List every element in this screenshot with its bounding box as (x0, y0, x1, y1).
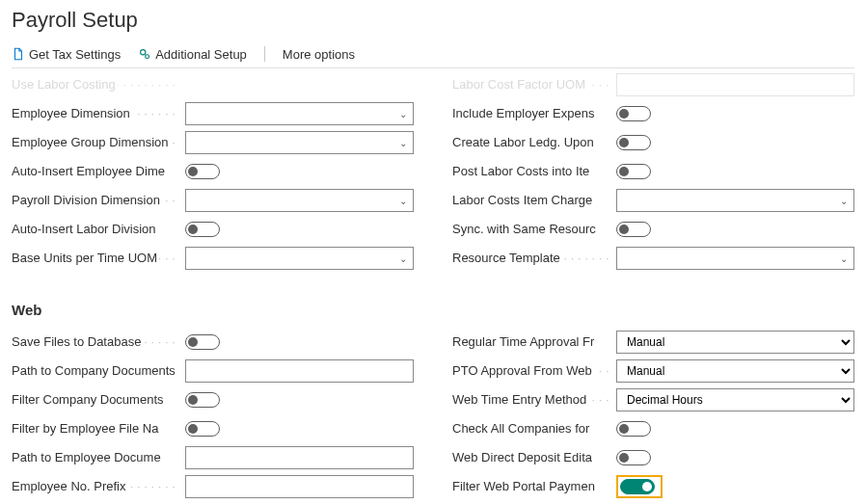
label-save-files: Save Files to Database (12, 334, 185, 349)
toggle-filter-web-portal-payment[interactable] (620, 479, 655, 494)
label-regular-time-approval: Regular Time Approval From Web (452, 334, 616, 349)
col-right: Labor Cost Factor UOM Include Employer E… (452, 78, 854, 273)
label-employee-group-dimension: Employee Group Dimension (12, 135, 185, 149)
label-post-labor-costs: Post Labor Costs into Item Valuati... (452, 164, 616, 178)
row-filter-emp-file: Filter by Employee File Name (12, 414, 414, 442)
toggle-auto-insert-labor-div[interactable] (185, 222, 220, 237)
label-check-all-companies: Check All Companies for Login (452, 421, 616, 436)
toggle-post-labor-costs[interactable] (616, 164, 651, 179)
highlight-filter-web-portal-payment (616, 475, 663, 498)
row-sync-same-resource: Sync. with Same Resource No. (452, 215, 854, 243)
toggle-filter-emp-file[interactable] (185, 421, 220, 437)
row-web-time-entry: Web Time Entry Method Decimal Hours (452, 385, 854, 413)
label-base-units-per-time: Base Units per Time UOM (12, 251, 185, 265)
gear-icon (138, 47, 151, 61)
dropdown-labor-cost-factor-uom[interactable] (616, 73, 854, 96)
row-path-emp-docs: Path to Employee Documents (12, 443, 414, 471)
row-path-company-docs: Path to Company Documents (12, 357, 414, 385)
chevron-down-icon: ⌄ (399, 195, 407, 205)
chevron-down-icon: ⌄ (399, 252, 407, 263)
toolbar: Get Tax Settings Additional Setup More o… (12, 46, 854, 68)
chevron-down-icon: ⌄ (840, 195, 848, 205)
label-resource-template: Resource Template (452, 251, 616, 265)
dropdown-employee-dimension[interactable]: ⌄ (185, 102, 414, 125)
dropdown-employee-group-dimension[interactable]: ⌄ (185, 131, 414, 154)
row-employee-dimension: Employee Dimension ⌄ (12, 99, 414, 127)
row-labor-costs-item-charge: Labor Costs Item Charge No. ⌄ (452, 186, 854, 214)
additional-setup-button[interactable]: Additional Setup (138, 47, 247, 62)
label-filter-company-docs: Filter Company Documents By Pay... (12, 392, 185, 407)
row-check-all-companies: Check All Companies for Login (452, 414, 854, 442)
row-include-employer-exp: Include Employer Expenses in Lab... (452, 99, 854, 127)
label-labor-costs-item-charge: Labor Costs Item Charge No. (452, 193, 616, 207)
label-sync-same-resource: Sync. with Same Resource No. (452, 222, 616, 236)
select-web-time-entry[interactable]: Decimal Hours (616, 388, 854, 411)
label-path-company-docs: Path to Company Documents (12, 363, 185, 378)
toggle-filter-company-docs[interactable] (185, 392, 220, 408)
label-emp-no-prefix: Employee No. Prefix (12, 479, 185, 493)
select-pto-approval[interactable]: Manual (616, 359, 854, 383)
row-emp-no-prefix: Employee No. Prefix (12, 472, 414, 500)
section-header-web[interactable]: Web (12, 302, 854, 318)
input-emp-no-prefix[interactable] (185, 475, 414, 498)
get-tax-settings-button[interactable]: Get Tax Settings (12, 47, 121, 62)
row-employee-group-dimension: Employee Group Dimension ⌄ (12, 128, 414, 156)
web-col-right: Regular Time Approval From Web Manual PT… (452, 328, 854, 504)
svg-point-0 (141, 50, 146, 55)
dropdown-payroll-division-dimension[interactable]: ⌄ (185, 189, 414, 212)
label-web-direct-deposit: Web Direct Deposit Editable (452, 450, 616, 464)
toggle-sync-same-resource[interactable] (616, 222, 651, 237)
toggle-create-labor-ledg[interactable] (616, 135, 651, 150)
input-path-company-docs[interactable] (185, 359, 414, 383)
dropdown-base-units-per-time[interactable]: ⌄ (185, 247, 414, 270)
row-create-labor-ledg: Create Labor Ledg. Upon Period C... (452, 128, 854, 156)
section-web: Save Files to Database Path to Company D… (12, 328, 854, 504)
document-icon (12, 47, 25, 61)
row-use-labor-costing: Use Labor Costing (12, 70, 414, 98)
row-post-labor-costs: Post Labor Costs into Item Valuati... (452, 157, 854, 185)
additional-setup-label: Additional Setup (155, 47, 247, 62)
label-auto-insert-emp-dim: Auto-Insert Employee Dimensions (12, 164, 185, 178)
page-title: Payroll Setup (12, 8, 854, 33)
toolbar-separator (264, 46, 265, 62)
input-path-emp-docs[interactable] (185, 446, 414, 469)
row-resource-template: Resource Template ⌄ (452, 244, 854, 272)
row-auto-insert-labor-div: Auto-Insert Labor Division Dimen... (12, 215, 414, 243)
row-base-units-per-time: Base Units per Time UOM ⌄ (12, 244, 414, 272)
chevron-down-icon: ⌄ (399, 108, 407, 119)
label-employee-dimension: Employee Dimension (12, 106, 185, 120)
col-left: Use Labor Costing Employee Dimension ⌄ E… (12, 78, 414, 273)
svg-point-1 (146, 55, 149, 59)
row-labor-cost-factor-uom: Labor Cost Factor UOM (452, 70, 854, 98)
row-web-direct-deposit: Web Direct Deposit Editable (452, 443, 854, 471)
toggle-auto-insert-emp-dim[interactable] (185, 164, 220, 179)
label-pto-approval: PTO Approval From Web (452, 363, 616, 378)
dropdown-resource-template[interactable]: ⌄ (616, 247, 854, 270)
toggle-check-all-companies[interactable] (616, 421, 651, 437)
row-regular-time-approval: Regular Time Approval From Web Manual (452, 328, 854, 356)
label-auto-insert-labor-div: Auto-Insert Labor Division Dimen... (12, 222, 185, 236)
label-create-labor-ledg: Create Labor Ledg. Upon Period C... (452, 135, 616, 149)
chevron-down-icon: ⌄ (399, 137, 407, 147)
row-payroll-division-dimension: Payroll Division Dimension ⌄ (12, 186, 414, 214)
toggle-web-direct-deposit[interactable] (616, 450, 651, 465)
web-col-left: Save Files to Database Path to Company D… (12, 328, 414, 504)
row-save-files: Save Files to Database (12, 328, 414, 356)
row-pto-approval: PTO Approval From Web Manual (452, 357, 854, 385)
row-auto-insert-emp-dim: Auto-Insert Employee Dimensions (12, 157, 414, 185)
dropdown-labor-costs-item-charge[interactable]: ⌄ (616, 189, 854, 212)
label-web-time-entry: Web Time Entry Method (452, 392, 616, 407)
more-options-label: More options (283, 47, 355, 62)
label-payroll-division-dimension: Payroll Division Dimension (12, 193, 185, 207)
row-filter-company-docs: Filter Company Documents By Pay... (12, 385, 414, 413)
toggle-include-employer-exp[interactable] (616, 106, 651, 121)
more-options-button[interactable]: More options (283, 47, 355, 62)
select-regular-time-approval[interactable]: Manual (616, 331, 854, 354)
toggle-save-files[interactable] (185, 334, 220, 350)
section-labor-costing: Use Labor Costing Employee Dimension ⌄ E… (12, 78, 854, 290)
label-include-employer-exp: Include Employer Expenses in Lab... (452, 106, 616, 120)
get-tax-label: Get Tax Settings (29, 47, 121, 62)
label-path-emp-docs: Path to Employee Documents (12, 450, 185, 464)
label-filter-web-portal-payment: Filter Web Portal Payment Date (452, 479, 616, 493)
chevron-down-icon: ⌄ (840, 252, 848, 263)
